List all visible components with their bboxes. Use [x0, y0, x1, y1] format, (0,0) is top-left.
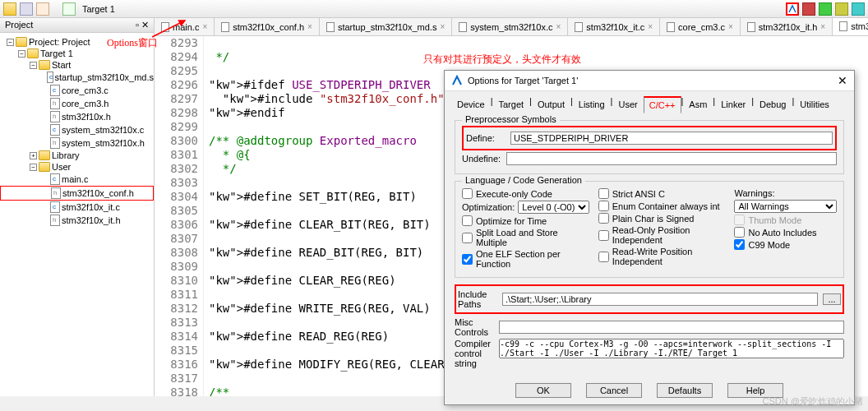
define-input[interactable] [510, 132, 833, 145]
project-title-bar: Project ▫ ✕ [0, 18, 154, 33]
tree-group-library[interactable]: + Library [0, 150, 154, 161]
close-icon[interactable]: × [728, 22, 733, 31]
close-icon[interactable]: × [556, 22, 561, 31]
warnings-label: Warnings: [734, 188, 774, 198]
check-optimize-for-time[interactable] [462, 215, 473, 226]
books-icon[interactable] [802, 2, 815, 16]
check-split-load-and-store-multiple[interactable] [462, 233, 473, 243]
define-label: Define: [466, 133, 506, 143]
line-gutter: 8293829482958296829782988299830083018302… [155, 36, 204, 396]
tree-file[interactable]: system_stm32f10x.h [0, 136, 154, 150]
tree-file[interactable]: stm32f10x_it.c [0, 201, 154, 214]
tree-group-start[interactable]: − Start [0, 59, 154, 71]
misc-controls-input[interactable] [499, 321, 844, 334]
check-c---mode[interactable] [734, 239, 745, 250]
tree-file[interactable]: stm32f10x_it.h [0, 214, 154, 227]
dialog-tab-target[interactable]: Target [492, 96, 529, 113]
close-icon[interactable]: × [440, 22, 445, 31]
check-one-elf-section-per-function[interactable] [462, 254, 473, 265]
open-icon[interactable] [3, 2, 16, 16]
save-icon[interactable] [20, 2, 33, 16]
dialog-tab-user[interactable]: User [612, 96, 643, 113]
preproc-legend: Preprocessor Symbols [462, 114, 560, 124]
file-tabs[interactable]: main.c×stm32f10x_conf.h×startup_stm32f10… [155, 18, 868, 36]
defaults-button[interactable]: Defaults [657, 383, 713, 398]
tree-file[interactable]: main.c [0, 173, 154, 186]
include-paths-input[interactable] [502, 293, 818, 306]
check-enum-container-always-int[interactable] [598, 201, 609, 211]
tree-file[interactable]: stm32f10x_conf.h [0, 186, 154, 201]
close-icon[interactable]: × [820, 22, 825, 31]
manage-icon[interactable] [819, 2, 832, 16]
debug-icon[interactable] [835, 2, 848, 16]
file-tab[interactable]: startup_stm32f10x_md.s× [320, 18, 452, 35]
dialog-icon [451, 75, 463, 86]
options-dialog: Options for Target 'Target 1' ✕ Device |… [444, 70, 855, 405]
file-tab[interactable]: stm32f10x.h× [833, 18, 868, 35]
tree-group-user[interactable]: − User [0, 161, 154, 173]
options-icon[interactable] [786, 2, 799, 16]
dialog-tab-cc[interactable]: C/C++ [644, 96, 681, 113]
dialog-tab-listing[interactable]: Listing [573, 96, 611, 113]
dialog-tab-utilities[interactable]: Utilities [794, 96, 834, 113]
tree-file[interactable]: startup_stm32f10x_md.s [0, 71, 154, 84]
dialog-tab-debug[interactable]: Debug [754, 96, 792, 113]
project-panel: Project ▫ ✕ − Project: Project− Target 1… [0, 18, 155, 396]
cancel-button[interactable]: Cancel [586, 383, 642, 398]
optimization-select[interactable]: Level 0 (-O0) [518, 201, 589, 214]
tree-file[interactable]: stm32f10x.h [0, 110, 154, 123]
arrow-options [148, 16, 197, 41]
file-tab[interactable]: stm32f10x_it.h× [741, 18, 833, 35]
browse-include-button[interactable]: ... [823, 293, 841, 305]
compiler-label: Compiler control string [455, 339, 494, 368]
codegen-legend: Language / Code Generation [462, 175, 585, 185]
file-tab[interactable]: core_cm3.c× [660, 18, 741, 35]
dialog-tab-linker[interactable]: Linker [715, 96, 751, 113]
dialog-tabs[interactable]: Device | Target | Output | Listing | Use… [445, 91, 854, 113]
file-tab[interactable]: system_stm32f10x.c× [452, 18, 568, 35]
undefine-input[interactable] [506, 152, 837, 165]
annotation-predefine: 只有对其进行预定义，头文件才有效 [423, 53, 581, 67]
file-tab[interactable]: stm32f10x_conf.h× [215, 18, 320, 35]
undefine-label: Undefine: [462, 154, 501, 164]
ok-button[interactable]: OK [515, 383, 571, 398]
load-icon[interactable] [62, 2, 76, 16]
include-label: Include Paths [458, 289, 497, 309]
check-plain-char-is-signed[interactable] [598, 213, 609, 224]
target-selector[interactable]: Target 1 [82, 4, 115, 14]
close-icon[interactable]: × [648, 22, 653, 31]
check-strict-ansi-c[interactable] [598, 188, 609, 199]
flash-icon[interactable] [852, 2, 865, 16]
file-tab[interactable]: stm32f10x_it.c× [568, 18, 660, 35]
project-tree[interactable]: − Project: Project− Target 1− Start star… [0, 33, 154, 396]
dialog-titlebar[interactable]: Options for Target 'Target 1' ✕ [445, 71, 854, 91]
tree-file[interactable]: core_cm3.c [0, 84, 154, 97]
project-title: Project [5, 20, 33, 30]
misc-label: Misc Controls [455, 317, 494, 337]
check-read-write-position-independent[interactable] [598, 252, 609, 262]
dialog-tab-output[interactable]: Output [532, 96, 570, 113]
check-no-auto-includes[interactable] [734, 227, 745, 238]
tree-file[interactable]: core_cm3.h [0, 97, 154, 110]
preprocessor-group: Preprocessor Symbols Define: Undefine: [455, 120, 844, 174]
dialog-tab-device[interactable]: Device [451, 96, 491, 113]
dialog-tab-asm[interactable]: Asm [683, 96, 713, 113]
tree-file[interactable]: system_stm32f10x.c [0, 123, 154, 136]
close-icon[interactable]: × [202, 22, 207, 31]
watermark: CSDN @爱吃炸鸡的小猪 [763, 395, 863, 408]
warnings-select[interactable]: All Warnings [734, 200, 837, 213]
close-icon[interactable]: × [307, 22, 312, 31]
close-icon[interactable]: ✕ [838, 74, 847, 87]
compiler-string: -c99 -c --cpu Cortex-M3 -g -O0 --apcs=in… [499, 339, 844, 358]
main-toolbar: Target 1 [0, 0, 868, 18]
panel-controls[interactable]: ▫ ✕ [136, 20, 149, 30]
check-thumb-mode[interactable] [734, 215, 745, 225]
codegen-group: Language / Code Generation Execute-only … [455, 181, 844, 278]
check-read-only-position-independent[interactable] [598, 230, 609, 241]
check-execute-only[interactable] [462, 188, 473, 199]
build-icon[interactable] [36, 2, 49, 16]
svg-line-0 [152, 21, 185, 37]
dialog-title: Options for Target 'Target 1' [468, 76, 578, 85]
